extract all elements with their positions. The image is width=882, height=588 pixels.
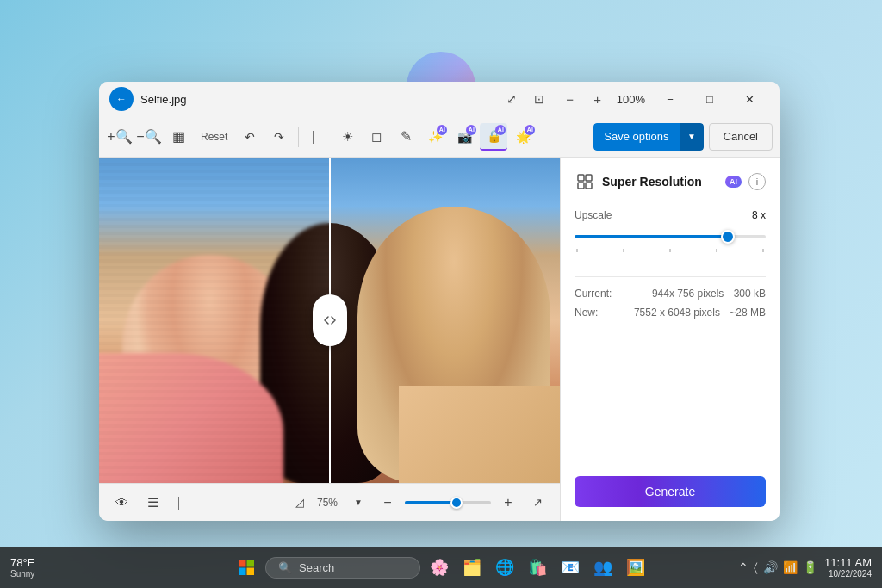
toolbar: +🔍 −🔍 ▦ Reset ↶ ↷ ⎸ ☀ ◻ ✎ ✨ AI 📷 AI (99, 116, 780, 158)
upscale-slider-container (575, 228, 766, 245)
undo-button[interactable]: ↶ (236, 123, 264, 151)
taskbar-photos-app[interactable]: 🌸 (425, 554, 453, 581)
zoom-out-tool[interactable]: −🔍 (135, 123, 163, 151)
save-options-button[interactable]: Save options (593, 123, 679, 151)
upscale-label: Upscale (575, 209, 612, 221)
weather-condition: Sunny (10, 569, 34, 579)
svg-rect-0 (578, 175, 584, 181)
crop-view-icon[interactable]: ⊡ (525, 85, 553, 113)
current-label: Current: (575, 288, 612, 300)
svg-rect-4 (239, 560, 246, 567)
new-pixel-value: 7552 x 6048 pixels (634, 306, 720, 319)
weather-widget[interactable]: 78°F Sunny (10, 556, 34, 579)
current-pixels: 944x 756 pixels 300 kB (645, 288, 766, 300)
generate-button[interactable]: Generate (575, 476, 766, 507)
date-display: 10/22/2024 (829, 569, 872, 579)
tick-5 (762, 249, 764, 252)
chevron-up-icon[interactable]: ⌃ (738, 560, 748, 574)
upscale-slider-track[interactable] (575, 235, 766, 238)
panel-title: Super Resolution (602, 175, 718, 189)
new-size-value: ~28 MB (730, 306, 766, 319)
ai-badge-4: AI (525, 125, 535, 135)
reset-button[interactable]: Reset (194, 127, 234, 146)
split-view-icon[interactable]: ⎸ (171, 491, 196, 515)
maximize-button[interactable]: □ (690, 85, 730, 113)
ai-effect-tool-1[interactable]: ✨ AI (421, 123, 449, 151)
current-pixel-value: 944x 756 pixels (652, 288, 724, 300)
zoom-in-icon[interactable]: + (584, 85, 612, 113)
toolbar-right: Save options ▼ Cancel (593, 123, 773, 151)
zoom-out-icon[interactable]: − (556, 85, 584, 113)
new-row: New: 7552 x 6048 pixels ~28 MB (575, 306, 766, 319)
zoom-dropdown-icon[interactable]: ▼ (346, 491, 370, 515)
image-canvas[interactable] (99, 158, 560, 483)
system-tray: ⌃ 〈 🔊 📶 🔋 (738, 560, 817, 575)
fit-view-tool[interactable]: ▦ (165, 123, 192, 151)
eye-icon[interactable]: 👁 (109, 491, 134, 515)
tick-4 (716, 249, 717, 252)
zoom-out-canvas[interactable]: − (376, 491, 400, 515)
ai-enhance-tool[interactable]: 🌟 AI (509, 123, 537, 151)
layers-icon[interactable]: ☰ (140, 491, 165, 515)
image-info-section: Current: 944x 756 pixels 300 kB New: 755… (575, 288, 766, 325)
ai-badge-2: AI (466, 125, 476, 135)
taskbar-left: 78°F Sunny (10, 556, 38, 579)
taskbar-mail-app[interactable]: 📧 (556, 554, 584, 581)
fullscreen-canvas[interactable]: ↗ (525, 491, 550, 515)
datetime[interactable]: 11:11 AM 10/22/2024 (824, 556, 872, 579)
slider-ticks (575, 249, 766, 252)
ai-badge-1: AI (437, 125, 447, 135)
split-handle[interactable] (313, 294, 347, 346)
window-title: Selfie.jpg (140, 93, 186, 106)
new-label: New: (575, 306, 598, 319)
pixelate-overlay (99, 158, 330, 483)
battery-icon[interactable]: 🔋 (803, 560, 817, 574)
wifi-icon[interactable]: 📶 (783, 560, 798, 574)
crop-tool[interactable]: ⎸ (304, 123, 332, 151)
canvas-bottom-bar: 👁 ☰ ⎸ ◿ 75% ▼ − (99, 483, 560, 521)
frame-icon[interactable]: ◿ (288, 491, 312, 515)
zoom-slider[interactable] (405, 501, 491, 504)
erase-tool[interactable]: ◻ (363, 123, 390, 151)
zoom-in-tool[interactable]: +🔍 (106, 123, 134, 151)
zoom-thumb[interactable] (450, 497, 463, 509)
redo-button[interactable]: ↷ (265, 123, 293, 151)
svg-rect-3 (586, 183, 592, 189)
info-button[interactable]: i (748, 173, 766, 190)
start-button[interactable] (233, 554, 260, 581)
windows-logo-icon (238, 559, 255, 576)
cancel-button[interactable]: Cancel (709, 123, 773, 151)
minimize-button[interactable]: − (650, 85, 690, 113)
search-bar[interactable]: 🔍 Search (265, 557, 420, 579)
taskbar-edge-app[interactable]: 🌐 (491, 554, 519, 581)
save-options-dropdown[interactable]: ▼ (680, 123, 704, 151)
fullscreen-icon[interactable]: ⤢ (498, 85, 525, 113)
zoom-track (405, 501, 457, 504)
brightness-tool[interactable]: ☀ (333, 123, 361, 151)
panel-header: Super Resolution AI i (575, 171, 766, 192)
speaker-icon[interactable]: 🔊 (763, 560, 778, 574)
network-icon[interactable]: 〈 (754, 560, 758, 575)
zoom-in-canvas[interactable]: + (496, 491, 520, 515)
taskbar-right: ⌃ 〈 🔊 📶 🔋 11:11 AM 10/22/2024 (738, 556, 872, 579)
back-button[interactable]: ← (109, 87, 134, 111)
taskbar-teams-app[interactable]: 👥 (589, 554, 617, 581)
spacer (575, 339, 766, 476)
taskbar-store-app[interactable]: 🛍️ (524, 554, 551, 581)
upscale-section: Upscale 8 x (575, 209, 766, 252)
taskbar: 78°F Sunny 🔍 Search 🌸 🗂️ 🌐 🛍️ � (0, 547, 882, 588)
upscale-slider-thumb[interactable] (721, 230, 735, 244)
super-res-icon (575, 171, 595, 192)
taskbar-photo-edit-app[interactable]: 🖼️ (622, 554, 649, 581)
svg-rect-1 (586, 175, 592, 181)
window-controls: ⤢ ⊡ − + 100% − □ ✕ (498, 85, 769, 113)
tick-3 (669, 249, 671, 252)
upscale-slider-fill (575, 235, 728, 238)
close-button[interactable]: ✕ (730, 85, 769, 113)
ai-super-res-tool[interactable]: 🔒 AI (480, 123, 507, 151)
draw-tool[interactable]: ✎ (392, 123, 419, 151)
separator-1 (575, 276, 766, 277)
ai-effect-tool-2[interactable]: 📷 AI (450, 123, 478, 151)
taskbar-files-app[interactable]: 🗂️ (458, 554, 486, 581)
current-size-value: 300 kB (734, 288, 766, 300)
